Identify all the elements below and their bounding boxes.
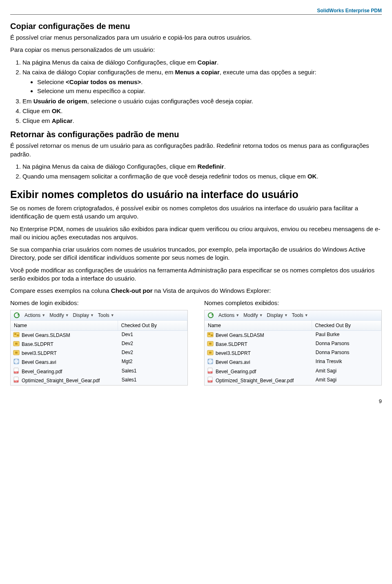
file-name: Bevel_Gearing.pdf: [22, 368, 62, 375]
toolbar-actions[interactable]: Actions▼: [24, 312, 45, 319]
sec3-p5: Compare esses exemplos na coluna Check-o…: [10, 287, 382, 295]
sec2-step2: Quando uma mensagem solicitar a confirma…: [22, 172, 382, 181]
file-icon: [207, 377, 214, 385]
toolbar-actions[interactable]: Actions▼: [218, 312, 239, 319]
file-icon: [207, 331, 214, 339]
file-name: Bevel Gears.avi: [22, 359, 56, 366]
file-name: Optimized_Straight_Bevel_Gear.pdf: [216, 377, 294, 384]
sec3-p1: Se os nomes de forem criptografados, é p…: [10, 204, 382, 221]
checked-out-by-value: Sales1: [118, 368, 187, 376]
file-icon: [13, 331, 20, 339]
table-row[interactable]: Optimized_Straight_Bevel_Gear.pdfAmit Sa…: [205, 376, 381, 385]
file-icon: [13, 377, 20, 385]
sec3-p4: Você pode modificar as configurações de …: [10, 266, 382, 283]
checked-out-by-value: Donna Parsons: [312, 349, 381, 357]
table-row[interactable]: Bevel_Gearing.pdfAmit Sagi: [205, 367, 381, 376]
sec3-p2: No Enterprise PDM, nomes de usuários são…: [10, 225, 382, 242]
sec1-step2: Na caixa de diálogo Copiar configurações…: [22, 68, 382, 96]
checked-out-by-value: Dev2: [118, 340, 187, 348]
checked-out-by-value: Amit Sagi: [312, 377, 381, 385]
file-name: Bevel Gears.SLDASM: [22, 332, 70, 339]
sec2-intro: É possível retornar os menus de um usuár…: [10, 142, 382, 158]
col-header-checked-out-by[interactable]: Checked Out By: [312, 321, 381, 330]
table-row[interactable]: Bevel Gears.aviMgt2: [11, 358, 187, 367]
file-name: Bevel Gears.SLDASM: [216, 332, 264, 339]
sec1-title: Copiar configurações de menu: [10, 21, 382, 32]
checked-out-by-value: Irina Tresvik: [312, 358, 381, 366]
sec1-step3: Em Usuário de origem, selecione o usuári…: [22, 97, 382, 105]
file-icon: [13, 368, 20, 376]
checked-out-by-value: Donna Parsons: [312, 340, 381, 348]
file-icon: [13, 340, 20, 348]
divider: [10, 14, 382, 15]
toolbar-display[interactable]: Display▼: [267, 312, 288, 319]
col-header-name[interactable]: Name: [205, 321, 312, 330]
file-name: Optimized_Straight_Bevel_Gear.pdf: [22, 377, 100, 384]
sec1-intro: É possível criar menus personalizados pa…: [10, 33, 382, 42]
sec2-step1: Na página Menus da caixa de diálogo Conf…: [22, 163, 382, 171]
checked-out-by-value: Dev2: [118, 349, 187, 357]
sec2-title: Retornar às configurações padrão de menu: [10, 129, 382, 140]
sec1-lead: Para copiar os menus personalizados de u…: [10, 46, 382, 54]
sec1-bullet2: Selecione um menu específico a copiar.: [37, 87, 382, 95]
checked-out-by-value: Amit Sagi: [312, 368, 381, 376]
table-row[interactable]: Bevel Gears.SLDASMDev1: [11, 331, 187, 340]
sec2-steps: Na página Menus da caixa de diálogo Conf…: [10, 163, 382, 181]
toolbar-tools[interactable]: Tools▼: [292, 312, 308, 319]
table-row[interactable]: Bevel Gears.SLDASMPaul Burke: [205, 331, 381, 340]
explorer-right: Actions▼Modify▼Display▼Tools▼NameChecked…: [204, 310, 382, 386]
sec1-step4: Clique em OK.: [22, 107, 382, 115]
sec1-steps: Na página Menus da caixa de diálogo Conf…: [10, 58, 382, 125]
toolbar-modify[interactable]: Modify▼: [243, 312, 263, 319]
explorer-left: Actions▼Modify▼Display▼Tools▼NameChecked…: [10, 310, 188, 386]
file-name: bevel3.SLDPRT: [22, 350, 57, 357]
file-name: Bevel Gears.avi: [216, 359, 250, 366]
toolbar-tools[interactable]: Tools▼: [98, 312, 114, 319]
checked-out-by-value: Mgt2: [118, 358, 187, 366]
sec3-p3: Se sua companhia criar usuários com nome…: [10, 245, 382, 262]
right-compare-label: Nomes completos exibidos:: [204, 299, 382, 307]
sec3-title: Exibir nomes completos do usuário na int…: [10, 188, 382, 202]
col-header-name[interactable]: Name: [11, 321, 118, 330]
toolbar-modify[interactable]: Modify▼: [49, 312, 69, 319]
file-icon: [207, 340, 214, 348]
table-row[interactable]: Base.SLDPRTDonna Parsons: [205, 340, 381, 349]
sec1-step5: Clique em Aplicar.: [22, 117, 382, 125]
table-row[interactable]: Optimized_Straight_Bevel_Gear.pdfSales1: [11, 376, 187, 385]
file-icon: [207, 368, 214, 376]
checked-out-by-value: Dev1: [118, 331, 187, 339]
refresh-icon[interactable]: [13, 312, 20, 319]
file-icon: [13, 358, 20, 366]
sec1-bullet1: Selecione <Copiar todos os menus>.: [37, 78, 382, 86]
refresh-icon[interactable]: [207, 312, 214, 319]
table-row[interactable]: Bevel_Gearing.pdfSales1: [11, 367, 187, 376]
left-compare-label: Nomes de login exibidos:: [10, 299, 188, 307]
table-row[interactable]: bevel3.SLDPRTDev2: [11, 349, 187, 358]
col-header-checked-out-by[interactable]: Checked Out By: [118, 321, 187, 330]
file-name: Bevel_Gearing.pdf: [216, 368, 256, 375]
file-icon: [13, 349, 20, 357]
file-name: Base.SLDPRT: [216, 341, 247, 348]
table-row[interactable]: bevel3.SLDPRTDonna Parsons: [205, 349, 381, 358]
file-icon: [207, 358, 214, 366]
file-name: Base.SLDPRT: [22, 341, 53, 348]
toolbar-display[interactable]: Display▼: [73, 312, 94, 319]
checked-out-by-value: Paul Burke: [312, 331, 381, 339]
table-row[interactable]: Bevel Gears.aviIrina Tresvik: [205, 358, 381, 367]
file-icon: [207, 349, 214, 357]
file-name: bevel3.SLDPRT: [216, 350, 251, 357]
page-number: 9: [10, 398, 382, 405]
table-row[interactable]: Base.SLDPRTDev2: [11, 340, 187, 349]
checked-out-by-value: Sales1: [118, 377, 187, 385]
product-header: SolidWorks Enterprise PDM: [10, 7, 382, 14]
sec1-step1: Na página Menus da caixa de diálogo Conf…: [22, 58, 382, 67]
